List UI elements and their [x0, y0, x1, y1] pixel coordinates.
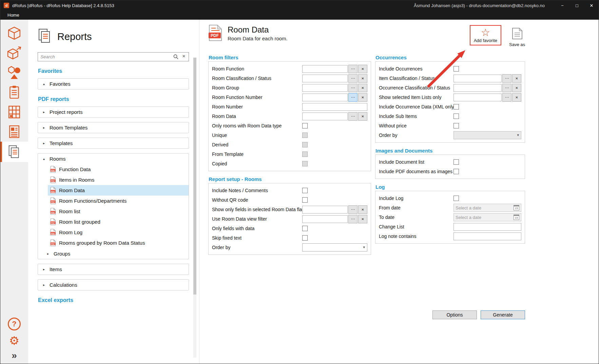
- clear-button[interactable]: ✕: [512, 84, 521, 92]
- expander-header-items[interactable]: ▸Items: [38, 264, 189, 275]
- expander-header-room-templates[interactable]: ▸Room Templates: [38, 122, 189, 133]
- show-only-fields-in-selected-room-data-flags-input[interactable]: [302, 206, 348, 214]
- lookup-button[interactable]: ⋯: [348, 65, 358, 73]
- include-document-list-checkbox[interactable]: [453, 159, 459, 165]
- footer-actions: Options Generate: [208, 310, 525, 319]
- item-classification-status-input[interactable]: [453, 75, 502, 82]
- lookup-button[interactable]: ⋯: [502, 93, 511, 102]
- lookup-button[interactable]: ⋯: [502, 84, 511, 92]
- field-label: Show only fields in selected Room Data f…: [212, 207, 302, 212]
- expander-header-templates[interactable]: ▸Templates: [38, 138, 189, 148]
- sidebar-item-shapes[interactable]: [0, 63, 28, 82]
- lookup-button[interactable]: ⋯: [348, 74, 358, 83]
- room-group-input[interactable]: [302, 84, 348, 92]
- without-price-checkbox[interactable]: [453, 123, 459, 128]
- report-item-room-list-grouped[interactable]: PDFRoom list grouped: [48, 217, 189, 227]
- clear-search-icon[interactable]: ✕: [182, 54, 186, 59]
- change-list-input[interactable]: [453, 223, 521, 231]
- include-occurrence-data-xml-only-checkbox[interactable]: [453, 104, 459, 109]
- report-item-room-log[interactable]: PDFRoom Log: [48, 227, 189, 238]
- clear-button[interactable]: ✕: [358, 112, 367, 121]
- only-fields-with-data-checkbox[interactable]: [302, 226, 308, 231]
- report-item-rooms-grouped-by-room-data-status[interactable]: PDFRooms grouped by Room Data Status: [48, 238, 189, 248]
- field-row: Include Occurrences: [379, 64, 521, 74]
- clear-button[interactable]: ✕: [512, 74, 521, 83]
- copied-checkbox: [302, 161, 308, 166]
- sidebar-item-move-rooms[interactable]: [0, 43, 28, 62]
- clear-button[interactable]: ✕: [358, 84, 367, 92]
- clear-button[interactable]: ✕: [358, 205, 367, 214]
- occurrence-classification-status-input[interactable]: [453, 84, 502, 92]
- maximize-button[interactable]: □: [571, 0, 583, 11]
- add-favorite-button[interactable]: ☆ Add favorite: [474, 27, 497, 43]
- expand-sidebar-icon[interactable]: »: [12, 351, 17, 360]
- report-item-items-in-rooms[interactable]: PDFItems in Rooms: [48, 175, 189, 185]
- order-by-select[interactable]: ▾: [302, 243, 367, 251]
- use-room-data-view-filter-input[interactable]: [302, 215, 348, 223]
- include-log-checkbox[interactable]: [453, 196, 459, 201]
- report-item-room-functions-departments[interactable]: PDFRoom Functions/Departments: [48, 196, 189, 206]
- user-info: Åsmund Johansen (asjo3) - drofus-documen…: [414, 3, 545, 8]
- expander-header-rooms[interactable]: ▴Rooms: [38, 154, 189, 164]
- section-heading-excel-exports: Excel exports: [38, 297, 189, 303]
- svg-text:PDF: PDF: [51, 243, 55, 245]
- close-button[interactable]: ✕: [586, 0, 597, 11]
- lookup-button[interactable]: ⋯: [348, 93, 358, 102]
- expander-header-favorites[interactable]: ▴Favorites: [38, 79, 189, 89]
- menu-home[interactable]: Home: [0, 13, 26, 18]
- include-occurrences-checkbox[interactable]: [453, 66, 459, 72]
- field-label: Only rooms with Room Data type: [212, 123, 302, 128]
- settings-gear-icon[interactable]: ⚙: [9, 335, 19, 346]
- lookup-button[interactable]: ⋯: [502, 74, 511, 83]
- save-as-button[interactable]: Save as: [509, 27, 525, 47]
- lookup-button[interactable]: ⋯: [348, 84, 358, 92]
- lookup-button[interactable]: ⋯: [348, 215, 358, 223]
- minimize-button[interactable]: −: [557, 0, 568, 11]
- show-selected-item-lists-only-input[interactable]: [453, 94, 502, 101]
- clear-button[interactable]: ✕: [358, 215, 367, 223]
- log-note-contains-input[interactable]: [453, 232, 521, 240]
- sidebar-item-rooms[interactable]: [0, 24, 28, 43]
- include-pdf-documents-as-images-checkbox[interactable]: [453, 169, 459, 174]
- room-data-input[interactable]: [302, 113, 348, 120]
- lookup-button[interactable]: ⋯: [348, 205, 358, 214]
- only-rooms-with-room-data-type-checkbox[interactable]: [302, 123, 308, 128]
- room-function-number-input[interactable]: [302, 94, 348, 101]
- options-button[interactable]: Options: [432, 310, 477, 319]
- clear-button[interactable]: ✕: [358, 74, 367, 83]
- skip-fixed-text-checkbox[interactable]: [302, 235, 308, 241]
- sidebar-item-items[interactable]: [0, 122, 28, 141]
- field-row: Copied: [212, 159, 367, 168]
- report-item-room-list[interactable]: PDFRoom list: [48, 206, 189, 217]
- clear-button[interactable]: ✕: [512, 93, 521, 102]
- report-item-function-data[interactable]: PDFFunction Data: [48, 164, 189, 175]
- sidebar-item-reports[interactable]: [0, 142, 28, 162]
- expander-header-project-reports[interactable]: ▸Project reports: [38, 107, 189, 117]
- include-sub-items-checkbox[interactable]: [453, 114, 459, 119]
- room-function-input[interactable]: [302, 65, 348, 73]
- clear-button[interactable]: ✕: [358, 65, 367, 73]
- report-item-room-data[interactable]: PDFRoom Data: [48, 185, 189, 196]
- generate-button[interactable]: Generate: [481, 310, 525, 319]
- scrollbar[interactable]: [193, 58, 196, 358]
- add-favorite-label: Add favorite: [474, 38, 497, 43]
- without-qr-code-checkbox[interactable]: [302, 197, 308, 203]
- room-number-input[interactable]: [302, 103, 367, 111]
- expander-header-calculations[interactable]: ▸Calculations: [38, 280, 189, 290]
- sidebar-item-documents[interactable]: [0, 83, 28, 102]
- field-label: Room Number: [212, 104, 302, 109]
- field-row: Unique: [212, 130, 367, 140]
- field-row: Only fields with data: [212, 224, 367, 233]
- search-input[interactable]: [38, 52, 189, 61]
- expander-header-groups[interactable]: ▸Groups: [38, 248, 189, 259]
- help-icon[interactable]: ?: [8, 318, 21, 330]
- include-notes-comments-checkbox[interactable]: [302, 188, 308, 193]
- clear-button[interactable]: ✕: [358, 93, 367, 102]
- field-row: Change List: [379, 222, 521, 231]
- field-label: Only fields with data: [212, 226, 302, 231]
- room-classification-status-input[interactable]: [302, 75, 348, 82]
- lookup-button[interactable]: ⋯: [348, 112, 358, 121]
- scrollbar-thumb[interactable]: [193, 58, 196, 295]
- sidebar-item-building[interactable]: [0, 102, 28, 121]
- search-icon[interactable]: [173, 54, 178, 61]
